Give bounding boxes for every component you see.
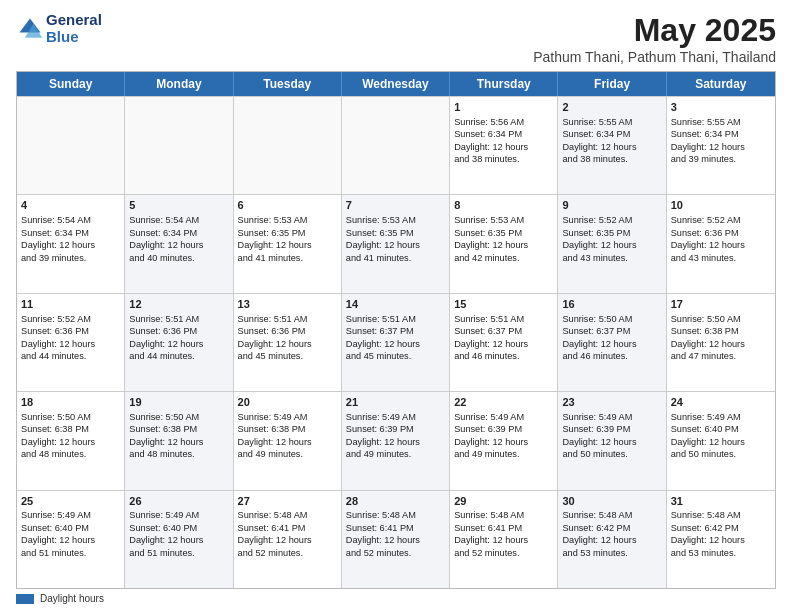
calendar-header-row: SundayMondayTuesdayWednesdayThursdayFrid…	[17, 72, 775, 96]
header-day-sunday: Sunday	[17, 72, 125, 96]
day-number: 7	[346, 198, 445, 213]
cal-cell: 17Sunrise: 5:50 AM Sunset: 6:38 PM Dayli…	[667, 294, 775, 391]
day-info: Sunrise: 5:48 AM Sunset: 6:42 PM Dayligh…	[671, 509, 771, 559]
cal-cell: 23Sunrise: 5:49 AM Sunset: 6:39 PM Dayli…	[558, 392, 666, 489]
cal-cell: 20Sunrise: 5:49 AM Sunset: 6:38 PM Dayli…	[234, 392, 342, 489]
legend: Daylight hours	[16, 593, 776, 604]
cal-cell: 10Sunrise: 5:52 AM Sunset: 6:36 PM Dayli…	[667, 195, 775, 292]
day-info: Sunrise: 5:49 AM Sunset: 6:40 PM Dayligh…	[21, 509, 120, 559]
cal-cell: 16Sunrise: 5:50 AM Sunset: 6:37 PM Dayli…	[558, 294, 666, 391]
cal-cell: 27Sunrise: 5:48 AM Sunset: 6:41 PM Dayli…	[234, 491, 342, 588]
day-number: 9	[562, 198, 661, 213]
day-info: Sunrise: 5:51 AM Sunset: 6:37 PM Dayligh…	[454, 313, 553, 363]
cal-cell: 21Sunrise: 5:49 AM Sunset: 6:39 PM Dayli…	[342, 392, 450, 489]
day-number: 30	[562, 494, 661, 509]
cal-cell: 26Sunrise: 5:49 AM Sunset: 6:40 PM Dayli…	[125, 491, 233, 588]
cal-cell: 11Sunrise: 5:52 AM Sunset: 6:36 PM Dayli…	[17, 294, 125, 391]
cal-cell: 28Sunrise: 5:48 AM Sunset: 6:41 PM Dayli…	[342, 491, 450, 588]
day-info: Sunrise: 5:55 AM Sunset: 6:34 PM Dayligh…	[671, 116, 771, 166]
day-info: Sunrise: 5:53 AM Sunset: 6:35 PM Dayligh…	[238, 214, 337, 264]
day-number: 4	[21, 198, 120, 213]
header-day-tuesday: Tuesday	[234, 72, 342, 96]
week-row-5: 25Sunrise: 5:49 AM Sunset: 6:40 PM Dayli…	[17, 490, 775, 588]
cal-cell: 4Sunrise: 5:54 AM Sunset: 6:34 PM Daylig…	[17, 195, 125, 292]
day-number: 22	[454, 395, 553, 410]
day-info: Sunrise: 5:56 AM Sunset: 6:34 PM Dayligh…	[454, 116, 553, 166]
day-number: 11	[21, 297, 120, 312]
day-number: 27	[238, 494, 337, 509]
day-info: Sunrise: 5:51 AM Sunset: 6:36 PM Dayligh…	[238, 313, 337, 363]
day-info: Sunrise: 5:54 AM Sunset: 6:34 PM Dayligh…	[21, 214, 120, 264]
cal-cell: 9Sunrise: 5:52 AM Sunset: 6:35 PM Daylig…	[558, 195, 666, 292]
logo-general: General	[46, 12, 102, 29]
day-number: 2	[562, 100, 661, 115]
cal-cell: 5Sunrise: 5:54 AM Sunset: 6:34 PM Daylig…	[125, 195, 233, 292]
day-number: 31	[671, 494, 771, 509]
day-info: Sunrise: 5:53 AM Sunset: 6:35 PM Dayligh…	[454, 214, 553, 264]
cal-cell: 14Sunrise: 5:51 AM Sunset: 6:37 PM Dayli…	[342, 294, 450, 391]
subtitle: Pathum Thani, Pathum Thani, Thailand	[533, 49, 776, 65]
header-day-friday: Friday	[558, 72, 666, 96]
day-number: 23	[562, 395, 661, 410]
week-row-1: 1Sunrise: 5:56 AM Sunset: 6:34 PM Daylig…	[17, 96, 775, 194]
week-row-2: 4Sunrise: 5:54 AM Sunset: 6:34 PM Daylig…	[17, 194, 775, 292]
day-info: Sunrise: 5:49 AM Sunset: 6:39 PM Dayligh…	[562, 411, 661, 461]
day-number: 26	[129, 494, 228, 509]
cal-cell: 31Sunrise: 5:48 AM Sunset: 6:42 PM Dayli…	[667, 491, 775, 588]
day-number: 8	[454, 198, 553, 213]
day-info: Sunrise: 5:49 AM Sunset: 6:40 PM Dayligh…	[671, 411, 771, 461]
logo-icon	[16, 15, 44, 43]
cal-cell	[342, 97, 450, 194]
day-info: Sunrise: 5:52 AM Sunset: 6:35 PM Dayligh…	[562, 214, 661, 264]
cal-cell	[125, 97, 233, 194]
cal-cell: 15Sunrise: 5:51 AM Sunset: 6:37 PM Dayli…	[450, 294, 558, 391]
day-info: Sunrise: 5:50 AM Sunset: 6:38 PM Dayligh…	[21, 411, 120, 461]
day-info: Sunrise: 5:51 AM Sunset: 6:37 PM Dayligh…	[346, 313, 445, 363]
cal-cell: 2Sunrise: 5:55 AM Sunset: 6:34 PM Daylig…	[558, 97, 666, 194]
cal-cell: 8Sunrise: 5:53 AM Sunset: 6:35 PM Daylig…	[450, 195, 558, 292]
day-info: Sunrise: 5:50 AM Sunset: 6:37 PM Dayligh…	[562, 313, 661, 363]
week-row-4: 18Sunrise: 5:50 AM Sunset: 6:38 PM Dayli…	[17, 391, 775, 489]
day-number: 3	[671, 100, 771, 115]
cal-cell: 18Sunrise: 5:50 AM Sunset: 6:38 PM Dayli…	[17, 392, 125, 489]
cal-cell: 3Sunrise: 5:55 AM Sunset: 6:34 PM Daylig…	[667, 97, 775, 194]
day-info: Sunrise: 5:52 AM Sunset: 6:36 PM Dayligh…	[671, 214, 771, 264]
cal-cell: 12Sunrise: 5:51 AM Sunset: 6:36 PM Dayli…	[125, 294, 233, 391]
day-number: 12	[129, 297, 228, 312]
legend-label: Daylight hours	[40, 593, 104, 604]
main-title: May 2025	[533, 12, 776, 49]
cal-cell: 30Sunrise: 5:48 AM Sunset: 6:42 PM Dayli…	[558, 491, 666, 588]
day-info: Sunrise: 5:54 AM Sunset: 6:34 PM Dayligh…	[129, 214, 228, 264]
cal-cell: 29Sunrise: 5:48 AM Sunset: 6:41 PM Dayli…	[450, 491, 558, 588]
day-number: 28	[346, 494, 445, 509]
day-info: Sunrise: 5:55 AM Sunset: 6:34 PM Dayligh…	[562, 116, 661, 166]
day-number: 5	[129, 198, 228, 213]
day-info: Sunrise: 5:49 AM Sunset: 6:39 PM Dayligh…	[346, 411, 445, 461]
day-number: 17	[671, 297, 771, 312]
legend-bar	[16, 594, 34, 604]
day-info: Sunrise: 5:50 AM Sunset: 6:38 PM Dayligh…	[671, 313, 771, 363]
header: General Blue May 2025 Pathum Thani, Path…	[16, 12, 776, 65]
day-info: Sunrise: 5:48 AM Sunset: 6:41 PM Dayligh…	[346, 509, 445, 559]
cal-cell: 24Sunrise: 5:49 AM Sunset: 6:40 PM Dayli…	[667, 392, 775, 489]
day-number: 24	[671, 395, 771, 410]
header-day-saturday: Saturday	[667, 72, 775, 96]
day-info: Sunrise: 5:53 AM Sunset: 6:35 PM Dayligh…	[346, 214, 445, 264]
day-info: Sunrise: 5:51 AM Sunset: 6:36 PM Dayligh…	[129, 313, 228, 363]
page: General Blue May 2025 Pathum Thani, Path…	[0, 0, 792, 612]
calendar-body: 1Sunrise: 5:56 AM Sunset: 6:34 PM Daylig…	[17, 96, 775, 588]
day-number: 13	[238, 297, 337, 312]
header-day-monday: Monday	[125, 72, 233, 96]
cal-cell: 1Sunrise: 5:56 AM Sunset: 6:34 PM Daylig…	[450, 97, 558, 194]
cal-cell: 6Sunrise: 5:53 AM Sunset: 6:35 PM Daylig…	[234, 195, 342, 292]
cal-cell	[234, 97, 342, 194]
header-day-thursday: Thursday	[450, 72, 558, 96]
day-number: 18	[21, 395, 120, 410]
logo: General Blue	[16, 12, 102, 45]
day-info: Sunrise: 5:48 AM Sunset: 6:41 PM Dayligh…	[238, 509, 337, 559]
day-number: 20	[238, 395, 337, 410]
header-day-wednesday: Wednesday	[342, 72, 450, 96]
title-block: May 2025 Pathum Thani, Pathum Thani, Tha…	[533, 12, 776, 65]
day-number: 21	[346, 395, 445, 410]
day-number: 16	[562, 297, 661, 312]
